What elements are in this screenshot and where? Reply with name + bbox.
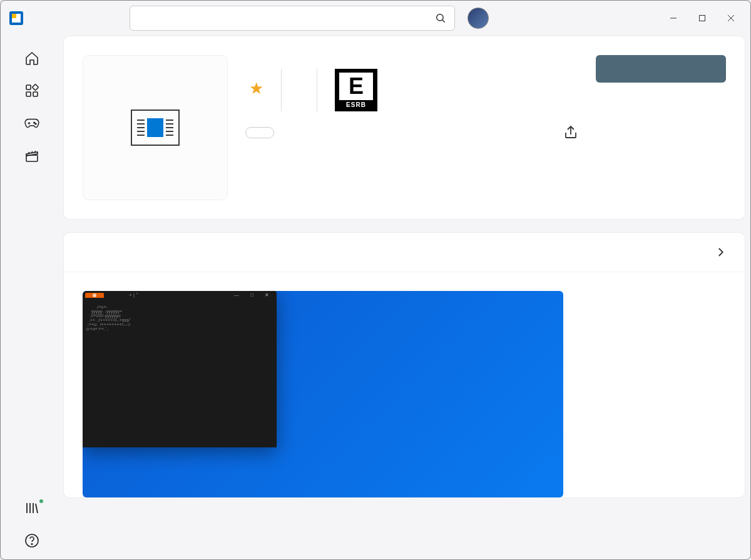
svg-rect-8 bbox=[26, 92, 31, 96]
microsoft-store-window: ★ E ESRB bbox=[0, 0, 751, 560]
chevron-right-icon bbox=[715, 247, 726, 258]
library-icon bbox=[24, 501, 39, 516]
category-chip[interactable] bbox=[245, 127, 274, 138]
svg-line-1 bbox=[442, 20, 445, 23]
home-icon bbox=[24, 51, 39, 66]
nav-apps[interactable] bbox=[7, 77, 57, 109]
share-button[interactable] bbox=[563, 125, 578, 140]
screenshot-1[interactable]: + | ˅— □ ✕ ./+o+- yyyyy- -yyyyyy+ ://+//… bbox=[83, 291, 563, 497]
nav-home[interactable] bbox=[7, 44, 57, 77]
svg-rect-3 bbox=[700, 16, 705, 21]
svg-point-13 bbox=[35, 123, 36, 125]
left-nav bbox=[1, 36, 63, 559]
product-icon-tile bbox=[83, 55, 228, 200]
product-meta-row: ★ E ESRB bbox=[245, 69, 578, 111]
minimize-button[interactable] bbox=[659, 6, 688, 31]
help-icon bbox=[24, 533, 39, 548]
svg-line-21 bbox=[36, 504, 38, 513]
svg-point-0 bbox=[437, 14, 444, 21]
svg-rect-7 bbox=[33, 84, 39, 91]
movies-icon bbox=[24, 148, 39, 163]
search-icon[interactable] bbox=[435, 13, 446, 24]
screenshots-strip[interactable]: + | ˅— □ ✕ ./+o+- yyyyy- -yyyyyy+ ://+//… bbox=[64, 272, 745, 497]
apps-icon bbox=[24, 83, 39, 98]
svg-point-23 bbox=[31, 544, 33, 545]
search-input[interactable] bbox=[130, 6, 455, 31]
svg-rect-6 bbox=[26, 85, 31, 89]
rating-block[interactable]: ★ bbox=[245, 69, 281, 111]
content-scroll[interactable]: ★ E ESRB bbox=[63, 36, 750, 559]
esrb-badge-icon: E ESRB bbox=[335, 69, 377, 111]
svg-rect-9 bbox=[33, 92, 38, 96]
window-controls bbox=[659, 6, 745, 31]
gaming-icon bbox=[24, 116, 39, 131]
get-button[interactable] bbox=[596, 55, 726, 83]
titlebar bbox=[1, 1, 750, 36]
star-icon: ★ bbox=[249, 79, 263, 98]
library-notification-dot bbox=[39, 499, 43, 503]
wsl-icon bbox=[131, 109, 180, 146]
product-bottom-row bbox=[245, 125, 578, 140]
product-main: ★ E ESRB bbox=[245, 55, 578, 140]
nav-movies[interactable] bbox=[7, 142, 57, 175]
nav-library[interactable] bbox=[7, 494, 57, 527]
product-side bbox=[596, 55, 726, 94]
screenshots-card: + | ˅— □ ✕ ./+o+- yyyyy- -yyyyyy+ ://+//… bbox=[63, 232, 745, 498]
store-app-icon bbox=[9, 11, 23, 25]
svg-rect-14 bbox=[26, 155, 38, 161]
body: ★ E ESRB bbox=[1, 36, 750, 559]
maximize-button[interactable] bbox=[688, 6, 717, 31]
nav-help[interactable] bbox=[7, 527, 57, 559]
product-hero-card: ★ E ESRB bbox=[63, 36, 745, 220]
svg-point-12 bbox=[34, 122, 35, 123]
search-container bbox=[130, 6, 455, 31]
ratings-count-block[interactable] bbox=[282, 69, 317, 111]
profile-avatar[interactable] bbox=[467, 8, 489, 29]
screenshot-terminal-ubuntu: + | ˅— □ ✕ ./+o+- yyyyy- -yyyyyy+ ://+//… bbox=[83, 291, 277, 447]
nav-gaming[interactable] bbox=[7, 109, 57, 142]
close-button[interactable] bbox=[717, 6, 745, 31]
age-rating-block[interactable]: E ESRB bbox=[317, 69, 386, 111]
screenshots-header[interactable] bbox=[64, 233, 745, 272]
